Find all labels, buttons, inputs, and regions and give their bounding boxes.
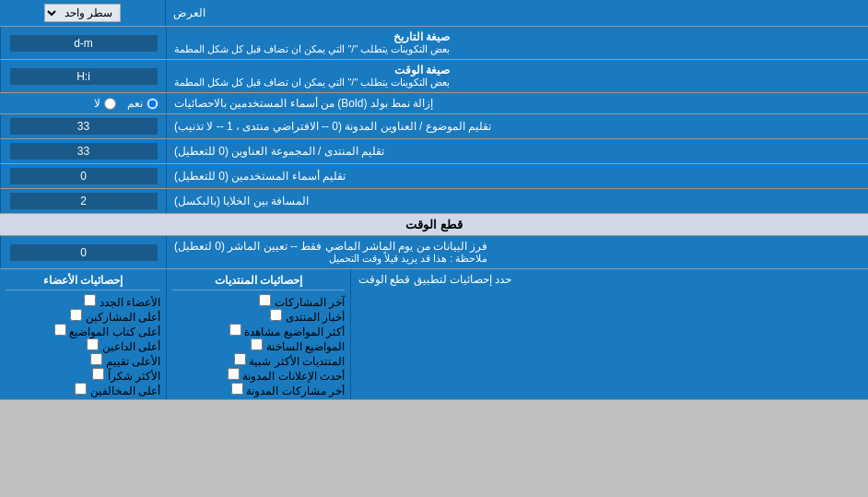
limit-label-text: حدد إحصائيات لتطبيق قطع الوقت xyxy=(358,273,511,286)
date-format-row: صيغة التاريخ بعض التكوينات يتطلب "/" الت… xyxy=(0,27,868,60)
usernames-trim-label: تقليم أسماء المستخدمين (0 للتعطيل) xyxy=(166,164,868,188)
bold-radio-no[interactable]: لا xyxy=(94,97,116,110)
topic-order-input-cell xyxy=(0,114,166,138)
stats-grid: حدد إحصائيات لتطبيق قطع الوقت إحصائيات ا… xyxy=(0,269,868,399)
cell-spacing-input-cell xyxy=(0,189,166,213)
checkbox-posts-4[interactable] xyxy=(251,338,263,350)
time-format-label: صيغة الوقت بعض التكوينات يتطلب "/" التي … xyxy=(166,60,868,92)
cutoff-input[interactable] xyxy=(10,244,158,261)
stat-members-3: أعلى كتاب المواضيع xyxy=(6,324,160,338)
stat-members-7: أعلى المخالفين xyxy=(6,383,160,397)
members-stats-col: إحصائيات الأعضاء الأعضاء الجدد أعلى المش… xyxy=(0,269,166,399)
topic-order-label: تقليم الموضوع / العناوين المدونة (0 -- ا… xyxy=(166,114,868,138)
stat-members-5: الأعلى تقييم xyxy=(6,353,160,368)
cutoff-label: فرز البيانات من يوم الماشر الماضي فقط --… xyxy=(166,236,868,268)
date-format-title: صيغة التاريخ xyxy=(174,30,450,43)
cutoff-main-label: فرز البيانات من يوم الماشر الماضي فقط --… xyxy=(174,240,487,253)
limit-label-col: حدد إحصائيات لتطبيق قطع الوقت xyxy=(350,269,868,399)
cutoff-row: فرز البيانات من يوم الماشر الماضي فقط --… xyxy=(0,236,868,269)
bold-row: إزالة نمط بولد (Bold) من أسماء المستخدمي… xyxy=(0,93,868,114)
members-stats-title: إحصائيات الأعضاء xyxy=(6,271,160,290)
checkbox-posts-2[interactable] xyxy=(270,309,282,321)
cutoff-note: ملاحظة : هذا قد يزيد قيلاً وقت التحميل xyxy=(174,253,487,265)
time-format-input-cell xyxy=(0,60,166,92)
cell-spacing-label-text: المسافة بين الخلايا (بالبكسل) xyxy=(174,195,309,207)
checkbox-members-2[interactable] xyxy=(70,309,82,321)
display-label-text: العرض xyxy=(173,6,205,19)
time-format-sublabel: بعض التكوينات يتطلب "/" التي يمكن ان تضا… xyxy=(174,77,450,89)
usernames-trim-label-text: تقليم أسماء المستخدمين (0 للتعطيل) xyxy=(174,170,346,183)
checkbox-posts-6[interactable] xyxy=(228,368,240,380)
cutoff-section-header: قطع الوقت xyxy=(0,214,868,236)
time-format-input[interactable] xyxy=(10,68,158,85)
date-format-input[interactable] xyxy=(10,35,158,52)
topic-order-row: تقليم الموضوع / العناوين المدونة (0 -- ا… xyxy=(0,114,868,139)
posts-stats-col: إحصائيات المنتديات آخر المشاركات أخبار ا… xyxy=(166,269,350,399)
top-header-row: العرض سطر واحد سطرين ثلاثة أسطر xyxy=(0,0,868,27)
topic-order-label-text: تقليم الموضوع / العناوين المدونة (0 -- ا… xyxy=(174,120,491,133)
bold-radio-yes[interactable]: نعم xyxy=(127,97,158,110)
main-container: العرض سطر واحد سطرين ثلاثة أسطر صيغة الت… xyxy=(0,0,868,400)
stats-section: حدد إحصائيات لتطبيق قطع الوقت إحصائيات ا… xyxy=(0,269,868,400)
time-format-row: صيغة الوقت بعض التكوينات يتطلب "/" التي … xyxy=(0,60,868,93)
checkbox-posts-3[interactable] xyxy=(229,324,241,336)
display-dropdown[interactable]: سطر واحد سطرين ثلاثة أسطر xyxy=(44,4,121,22)
date-format-label: صيغة التاريخ بعض التكوينات يتطلب "/" الت… xyxy=(166,27,868,59)
usernames-trim-row: تقليم أسماء المستخدمين (0 للتعطيل) xyxy=(0,164,868,189)
checkbox-posts-5[interactable] xyxy=(234,353,246,365)
checkbox-members-1[interactable] xyxy=(84,294,96,306)
topic-order-input[interactable] xyxy=(10,118,158,135)
display-select-cell: سطر واحد سطرين ثلاثة أسطر xyxy=(0,0,166,26)
cell-spacing-row: المسافة بين الخلايا (بالبكسل) xyxy=(0,189,868,214)
stat-members-6: الأكثر شكراً xyxy=(6,368,160,383)
bold-label: إزالة نمط بولد (Bold) من أسماء المستخدمي… xyxy=(166,93,868,113)
checkbox-members-7[interactable] xyxy=(75,383,87,395)
stat-posts-3: أكثر المواضيع مشاهدة xyxy=(172,324,345,338)
stat-members-2: أعلى المشاركين xyxy=(6,309,160,324)
cutoff-section-title: قطع الوقت xyxy=(405,218,463,231)
forum-order-label: تقليم المنتدى / المجموعة العناوين (0 للت… xyxy=(166,139,868,163)
stat-posts-1: آخر المشاركات xyxy=(172,294,345,309)
checkbox-posts-7[interactable] xyxy=(231,383,243,395)
stat-posts-5: المنتديات الأكثر شبية xyxy=(172,353,345,368)
bold-label-text: إزالة نمط بولد (Bold) من أسماء المستخدمي… xyxy=(174,97,433,110)
time-format-title: صيغة الوقت xyxy=(174,64,450,77)
checkbox-posts-1[interactable] xyxy=(259,294,271,306)
bold-radio-cell: نعم لا xyxy=(0,93,166,113)
date-format-input-cell xyxy=(0,27,166,59)
usernames-trim-input[interactable] xyxy=(10,168,158,184)
forum-order-input[interactable] xyxy=(10,143,158,160)
usernames-trim-input-cell xyxy=(0,164,166,188)
stat-posts-2: أخبار المنتدى xyxy=(172,309,345,324)
forum-order-row: تقليم المنتدى / المجموعة العناوين (0 للت… xyxy=(0,139,868,164)
cell-spacing-input[interactable] xyxy=(10,193,158,209)
date-format-sublabel: بعض التكوينات يتطلب "/" التي يمكن ان تضا… xyxy=(174,43,450,55)
forum-order-label-text: تقليم المنتدى / المجموعة العناوين (0 للت… xyxy=(174,145,384,158)
stat-members-1: الأعضاء الجدد xyxy=(6,294,160,309)
stat-posts-4: المواضيع الساخنة xyxy=(172,338,345,353)
stat-posts-6: أحدث الإعلانات المدونة xyxy=(172,368,345,383)
forum-order-input-cell xyxy=(0,139,166,163)
checkbox-members-5[interactable] xyxy=(90,353,102,365)
stat-members-4: أعلى الداعين xyxy=(6,338,160,353)
cell-spacing-label: المسافة بين الخلايا (بالبكسل) xyxy=(166,189,868,213)
posts-stats-title: إحصائيات المنتديات xyxy=(172,271,345,290)
checkbox-members-4[interactable] xyxy=(87,338,99,350)
stat-posts-7: أخر مشاركات المدونة xyxy=(172,383,345,397)
cutoff-input-cell xyxy=(0,236,166,268)
checkbox-members-3[interactable] xyxy=(54,324,66,336)
display-label: العرض xyxy=(166,0,868,26)
checkbox-members-6[interactable] xyxy=(92,368,104,380)
